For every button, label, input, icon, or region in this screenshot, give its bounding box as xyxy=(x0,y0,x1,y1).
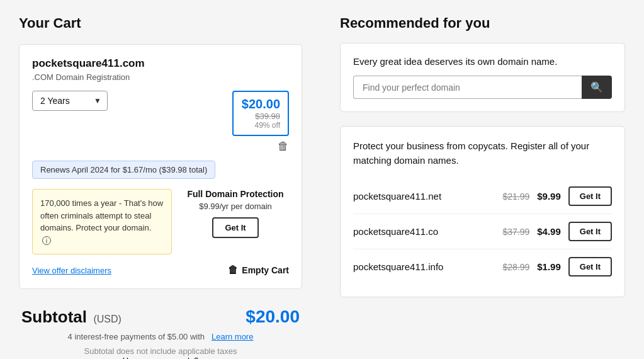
search-tagline: Every great idea deserves its own domain… xyxy=(353,56,612,67)
domain-row: 2 Years 1 Year 3 Years ▼ $20.00 $39.98 4… xyxy=(32,91,289,153)
promo-row: Subtotal does not include applicable tax… xyxy=(21,346,300,359)
list-item: pocketsquare411.info $28.99 $1.99 Get It xyxy=(353,249,612,284)
learn-more-link[interactable]: Learn more xyxy=(212,332,253,341)
price-block-wrapper: $20.00 $39.98 49% off 🗑 xyxy=(232,91,289,153)
empty-cart-label: Empty Cart xyxy=(242,265,289,275)
subtotal-label: Subtotal xyxy=(21,307,87,326)
promo-code-link[interactable]: Have a promo code? xyxy=(123,356,199,359)
domain-alt-prices-1: $37.99 $4.99 Get It xyxy=(502,222,612,241)
subtotal-row: Subtotal (USD) $20.00 xyxy=(21,307,300,327)
alt-price-new-0: $9.99 xyxy=(537,191,561,202)
cart-title: Your Cart xyxy=(19,15,302,31)
alt-price-new-2: $1.99 xyxy=(537,261,561,272)
price-old: $39.98 xyxy=(241,111,280,121)
empty-cart-button[interactable]: 🗑 Empty Cart xyxy=(228,265,289,276)
promo-text: Subtotal does not include applicable tax… xyxy=(84,346,237,356)
protection-price: $9.99/yr per domain xyxy=(182,202,289,211)
cart-box: pocketsquare411.com .COM Domain Registra… xyxy=(19,44,302,289)
get-it-button-1[interactable]: Get It xyxy=(568,222,612,241)
domain-registration: .COM Domain Registration xyxy=(32,72,289,82)
copycats-box: Protect your business from copycats. Reg… xyxy=(340,126,625,297)
list-item: pocketsquare411.co $37.99 $4.99 Get It xyxy=(353,214,612,249)
years-select-wrapper[interactable]: 2 Years 1 Year 3 Years ▼ xyxy=(32,91,108,111)
domain-search-box: Every great idea deserves its own domain… xyxy=(340,43,625,112)
search-row: 🔍 xyxy=(353,76,612,99)
alt-price-new-1: $4.99 xyxy=(537,226,561,237)
domain-alt-name-1: pocketsquare411.co xyxy=(353,226,438,237)
price-off: 49% off xyxy=(241,121,280,130)
domain-alt-name-2: pocketsquare411.info xyxy=(353,261,443,272)
cart-panel: Your Cart pocketsquare411.com .COM Domai… xyxy=(0,0,321,359)
protection-offer: Full Domain Protection $9.99/yr per doma… xyxy=(182,189,289,238)
list-item: pocketsquare411.net $21.99 $9.99 Get It xyxy=(353,179,612,214)
price-main: $20.00 xyxy=(241,97,280,111)
years-select[interactable]: 2 Years 1 Year 3 Years xyxy=(32,91,108,111)
domain-alt-prices-2: $28.99 $1.99 Get It xyxy=(502,257,612,276)
subtotal-section: Subtotal (USD) $20.00 4 interest-free pa… xyxy=(19,307,302,359)
warning-text: 170,000 times a year - That's how often … xyxy=(40,198,163,232)
recommended-title: Recommended for you xyxy=(340,15,625,31)
recommended-panel: Recommended for you Every great idea des… xyxy=(321,0,644,359)
domain-search-button[interactable]: 🔍 xyxy=(582,76,612,99)
view-disclaimers-link[interactable]: View offer disclaimers xyxy=(32,266,111,275)
renew-notice: Renews April 2024 for $1.67/mo ($39.98 t… xyxy=(32,161,215,179)
years-select-wrap: 2 Years 1 Year 3 Years ▼ xyxy=(32,91,108,111)
warning-box: 170,000 times a year - That's how often … xyxy=(32,189,172,254)
protection-row: 170,000 times a year - That's how often … xyxy=(32,189,289,254)
domain-search-input[interactable] xyxy=(353,76,582,99)
cart-footer: View offer disclaimers 🗑 Empty Cart xyxy=(32,265,289,276)
alt-price-old-2: $28.99 xyxy=(502,262,529,272)
subtotal-label-wrap: Subtotal (USD) xyxy=(21,307,121,327)
domain-alt-prices-0: $21.99 $9.99 Get It xyxy=(502,186,612,206)
trash-icon: 🗑 xyxy=(228,265,238,276)
price-block: $20.00 $39.98 49% off xyxy=(232,91,289,136)
get-it-button-0[interactable]: Get It xyxy=(568,186,612,206)
domain-alt-name-0: pocketsquare411.net xyxy=(353,191,441,202)
protection-get-it-button[interactable]: Get It xyxy=(212,217,258,238)
subtotal-amount: $20.00 xyxy=(246,307,300,327)
search-icon: 🔍 xyxy=(590,81,603,93)
payments-row: 4 interest-free payments of $5.00 with L… xyxy=(21,332,300,341)
info-icon[interactable]: i xyxy=(42,236,51,245)
copycats-tagline: Protect your business from copycats. Reg… xyxy=(353,139,612,168)
delete-item-button[interactable]: 🗑 xyxy=(232,140,289,153)
protection-title: Full Domain Protection xyxy=(182,189,289,199)
alt-price-old-0: $21.99 xyxy=(502,191,529,202)
domain-name: pocketsquare411.com xyxy=(32,57,289,70)
subtotal-usd: (USD) xyxy=(93,314,121,324)
get-it-button-2[interactable]: Get It xyxy=(568,257,612,276)
payments-text: 4 interest-free payments of $5.00 with xyxy=(68,332,205,341)
alt-price-old-1: $37.99 xyxy=(502,227,529,237)
